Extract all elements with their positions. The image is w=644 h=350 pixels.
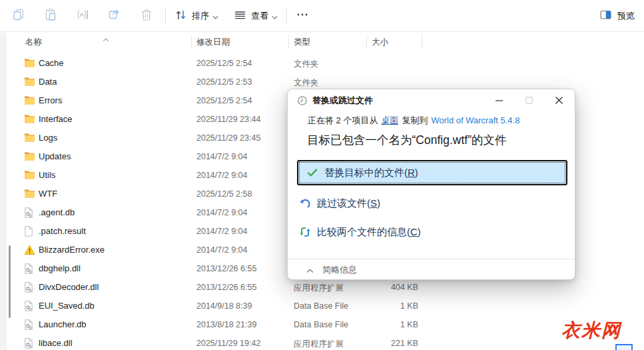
file-date-modified: 2014/7/2 9:04 <box>196 152 247 161</box>
column-separator[interactable] <box>288 35 289 49</box>
file-type: Data Base File <box>294 301 348 311</box>
file-name: .agent.db <box>39 207 75 217</box>
file-size: 1 KB <box>358 301 418 311</box>
column-header-size[interactable]: 大小 <box>372 37 388 48</box>
column-header-name[interactable]: 名称 <box>25 37 42 48</box>
trash-icon <box>140 8 153 24</box>
column-separator[interactable] <box>366 35 367 49</box>
close-button[interactable] <box>544 89 574 111</box>
dialog-title: 替换或跳过文件 <box>312 95 373 107</box>
replace-or-skip-dialog: 替换或跳过文件 正在将 2 个项目从桌面复制到World of Warcraft… <box>287 89 575 280</box>
folder-icon <box>24 151 35 162</box>
file-date-modified: 2025/12/5 2:58 <box>196 189 252 199</box>
file-name: dbghelp.dll <box>39 263 81 273</box>
clock-icon <box>297 95 308 109</box>
file-name: Errors <box>39 95 62 105</box>
gearfile-icon <box>24 207 35 218</box>
compare-files-option-label: 比较两个文件的信息(C) <box>317 226 421 239</box>
destination-folder-link[interactable]: World of Warcraft 5.4.8 <box>431 115 519 125</box>
rename-button[interactable]: A <box>72 5 93 27</box>
file-name: Cache <box>39 58 64 68</box>
file-date-modified: 2013/12/26 6:55 <box>196 283 256 292</box>
file-name: Updates <box>39 151 71 161</box>
file-date-modified: 2025/12/5 2:53 <box>196 77 252 87</box>
paste-button[interactable] <box>40 5 61 27</box>
file-date-modified: 2014/7/2 9:04 <box>196 227 247 236</box>
dialog-titlebar[interactable]: 替换或跳过文件 <box>288 89 575 112</box>
dialog-divider <box>288 259 575 259</box>
column-header-date[interactable]: 修改日期 <box>196 37 230 48</box>
file-date-modified: 2025/12/5 2:54 <box>196 59 252 68</box>
column-separator[interactable] <box>191 35 192 49</box>
sort-ascending-icon <box>103 33 109 45</box>
checkmark-icon <box>306 167 318 179</box>
column-header-row: 名称 修改日期 类型 大小 <box>0 33 644 51</box>
view-button[interactable]: 查看 <box>231 5 280 27</box>
toolbar: A 排序 查看 <box>0 0 644 32</box>
share-button[interactable] <box>104 5 125 27</box>
file-size: 404 KB <box>358 283 418 292</box>
file-row[interactable]: DivxDecoder.dll2013/12/26 6:55应用程序扩展404 … <box>13 278 633 297</box>
toolbar-separator <box>286 8 287 24</box>
preview-toggle[interactable]: 预览 <box>597 5 641 27</box>
file-row[interactable]: Cache2025/12/5 2:54文件夹 <box>13 54 633 73</box>
preview-icon <box>599 8 613 24</box>
folder-icon <box>24 170 35 181</box>
view-button-label: 查看 <box>251 10 268 22</box>
gearfile-icon <box>24 282 35 293</box>
share-icon <box>108 8 121 24</box>
column-separator[interactable] <box>422 35 422 49</box>
paste-icon <box>44 8 57 24</box>
sort-button[interactable]: 排序 <box>172 5 221 27</box>
conflict-message: 目标已包含一个名为“Config.wtf”的文件 <box>307 132 506 148</box>
file-row[interactable]: Launcher.db2013/8/18 21:39Data Base File… <box>13 315 633 334</box>
vertical-scrollbar-thumb[interactable] <box>9 245 11 318</box>
file-date-modified: 2025/11/29 23:45 <box>196 133 260 143</box>
gearfile-icon <box>24 301 35 311</box>
file-name: Launcher.db <box>39 319 87 329</box>
compare-arrows-icon <box>299 226 311 238</box>
more-options-button[interactable] <box>292 5 313 27</box>
copy-status-prefix: 正在将 2 个项目从 <box>308 115 378 125</box>
more-icon <box>296 8 309 24</box>
toolbar-separator <box>165 8 166 24</box>
folder-icon <box>24 189 35 199</box>
plainfile-icon <box>24 226 35 237</box>
rename-icon: A <box>76 8 89 24</box>
left-rail <box>0 33 7 350</box>
replace-file-option[interactable]: 替换目标中的文件(R) <box>297 160 567 185</box>
compare-files-option[interactable]: 比较两个文件的信息(C) <box>299 223 421 241</box>
file-row[interactable]: EUI_Saved.db2014/9/18 8:39Data Base File… <box>13 297 633 315</box>
folder-icon <box>24 77 35 87</box>
watermark-box <box>615 344 633 350</box>
copy-icon <box>12 8 25 24</box>
delete-button[interactable] <box>136 5 157 27</box>
file-date-modified: 2014/9/18 8:39 <box>196 301 252 311</box>
folder-icon <box>24 114 35 125</box>
file-date-modified: 2014/7/2 9:04 <box>196 245 247 255</box>
file-date-modified: 2014/7/2 9:04 <box>196 208 247 217</box>
column-header-type[interactable]: 类型 <box>294 37 310 48</box>
file-type: 应用程序扩展 <box>294 283 344 294</box>
gearfile-icon <box>24 338 35 349</box>
folder-icon <box>24 133 35 143</box>
file-name: Data <box>39 77 57 87</box>
file-row[interactable]: libace.dll2025/11/29 19:42应用程序扩展221 KB <box>13 334 633 350</box>
file-date-modified: 2025/11/29 23:44 <box>196 115 260 124</box>
maximize-button <box>514 89 544 111</box>
skip-file-option[interactable]: 跳过该文件(S) <box>299 195 380 212</box>
file-name: Utils <box>39 170 55 180</box>
sort-button-label: 排序 <box>192 10 209 22</box>
svg-text:A: A <box>80 11 85 18</box>
file-type: 文件夹 <box>294 59 319 70</box>
file-name: .patch.result <box>39 226 86 236</box>
minimize-button[interactable] <box>484 89 514 111</box>
copy-button[interactable] <box>8 5 29 27</box>
file-name: WTF <box>39 189 57 199</box>
fewer-details-toggle[interactable]: 简略信息 <box>306 264 357 276</box>
file-name: Interface <box>39 114 73 124</box>
file-type: Data Base File <box>294 320 348 329</box>
file-name: BlizzardError.exe <box>39 245 105 255</box>
file-type: 应用程序扩展 <box>294 339 344 350</box>
source-folder-link[interactable]: 桌面 <box>381 115 398 125</box>
